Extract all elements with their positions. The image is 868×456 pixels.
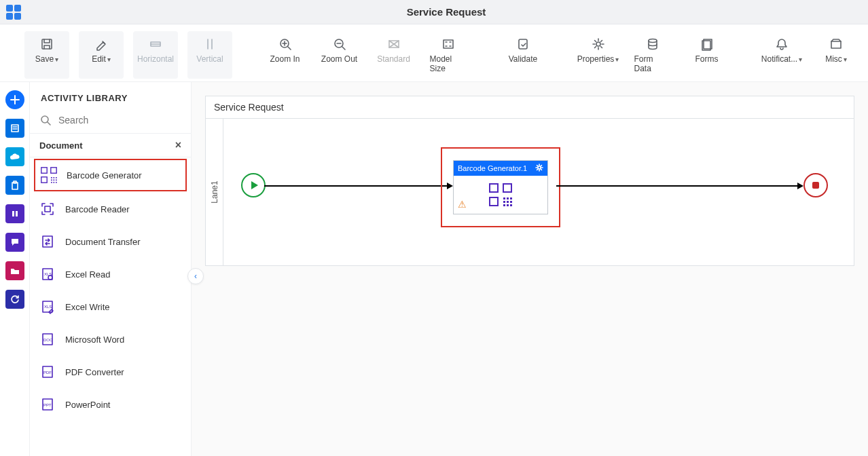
end-node[interactable] [803, 173, 828, 197]
svg-rect-6 [519, 39, 527, 49]
library-item-excel-write[interactable]: XLS Excel Write [30, 290, 191, 323]
excel-read-icon: XLS [39, 266, 56, 282]
lane-label[interactable]: Lane1 [206, 119, 223, 265]
search-input[interactable] [57, 114, 181, 126]
svg-rect-5 [444, 40, 453, 48]
zoom-standard-button[interactable]: Standard [372, 31, 416, 79]
form-data-button[interactable]: Form Data [630, 31, 675, 79]
align-vertical-icon [203, 37, 217, 52]
properties-button[interactable]: Properties▾ [576, 31, 621, 79]
collapse-panel-button[interactable]: ‹ [187, 268, 204, 284]
svg-text:PPT: PPT [43, 403, 52, 407]
svg-rect-12 [12, 125, 18, 132]
align-horizontal-button: Horizontal [133, 31, 178, 79]
svg-rect-19 [43, 236, 52, 247]
process-container: Service Request Lane1 Barcode Generator.… [205, 96, 854, 266]
zoom-in-icon [278, 37, 292, 52]
library-item-pdf-converter[interactable]: PDF PDF Converter [30, 356, 191, 388]
svg-text:DOC: DOC [43, 338, 53, 342]
misc-button[interactable]: Misc▾ [814, 31, 858, 79]
bell-icon [775, 37, 789, 52]
misc-icon [829, 37, 843, 52]
library-item-barcode-generator[interactable]: Barcode Generator [34, 159, 187, 191]
library-section-document[interactable]: Document × [30, 133, 191, 157]
svg-rect-15 [12, 211, 14, 216]
svg-rect-11 [831, 41, 841, 48]
library-item-barcode-reader[interactable]: Barcode Reader [30, 193, 191, 225]
save-button[interactable]: Save▾ [24, 31, 69, 79]
edit-icon [94, 37, 108, 52]
validate-button[interactable]: Validate [501, 31, 545, 79]
word-icon: DOC [39, 331, 56, 347]
rail-pause-icon[interactable] [5, 204, 24, 223]
forms-button[interactable]: Forms [685, 31, 729, 79]
activity-barcode-generator[interactable]: Barcode Generator.1 ⚠ [453, 160, 548, 214]
chevron-down-icon: ▾ [844, 56, 847, 63]
validate-icon [516, 37, 530, 52]
svg-point-8 [649, 39, 657, 43]
barcode-generator-icon [489, 183, 512, 206]
zoom-in-button[interactable]: Zoom In [263, 31, 308, 79]
rail-folder-icon[interactable] [5, 261, 24, 280]
database-icon [646, 37, 659, 52]
start-node[interactable] [241, 173, 266, 197]
model-size-icon [441, 37, 455, 52]
rail-loop-icon[interactable] [5, 290, 24, 309]
library-item-document-transfer[interactable]: Document Transfer [30, 225, 191, 258]
gear-icon [592, 37, 605, 52]
close-icon[interactable]: × [175, 139, 181, 151]
rail-chat-icon[interactable] [5, 233, 24, 252]
chevron-left-icon: ‹ [194, 271, 197, 281]
zoom-out-button[interactable]: Zoom Out [317, 31, 362, 79]
document-transfer-icon [39, 233, 56, 250]
pdf-icon: PDF [39, 364, 56, 380]
left-rail [0, 82, 30, 456]
gear-icon[interactable] [535, 164, 543, 173]
rail-cloud-icon[interactable] [5, 147, 24, 166]
forms-icon [700, 37, 714, 52]
svg-rect-18 [45, 206, 50, 212]
page-title: Service Request [24, 6, 868, 18]
search-input-wrapper[interactable] [30, 110, 191, 133]
excel-write-icon: XLS [39, 299, 56, 315]
warning-icon: ⚠ [458, 199, 467, 210]
svg-text:XLS: XLS [44, 305, 52, 309]
library-item-excel-read[interactable]: XLS Excel Read [30, 258, 191, 290]
flow-connector [264, 185, 447, 187]
chevron-down-icon: ▾ [799, 56, 802, 63]
barcode-reader-icon [39, 201, 56, 217]
svg-text:PDF: PDF [43, 370, 52, 375]
arrow-icon [797, 183, 803, 189]
lane-area[interactable]: Barcode Generator.1 ⚠ [223, 119, 854, 265]
save-icon [40, 37, 54, 52]
library-item-powerpoint[interactable]: PPT PowerPoint [30, 388, 191, 421]
svg-rect-16 [16, 211, 18, 216]
chevron-down-icon: ▾ [55, 56, 58, 63]
add-button[interactable] [5, 90, 24, 109]
model-size-button[interactable]: Model Size [426, 31, 471, 79]
selection-highlight: Barcode Generator.1 ⚠ [441, 147, 560, 227]
powerpoint-icon: PPT [39, 396, 56, 413]
zoom-standard-icon [387, 37, 401, 52]
chevron-down-icon: ▾ [615, 56, 619, 63]
title-bar: Service Request [0, 0, 868, 24]
edit-button[interactable]: Edit▾ [79, 31, 124, 79]
zoom-out-icon [333, 37, 346, 52]
search-icon [39, 114, 52, 126]
library-title: ACTIVITY LIBRARY [30, 82, 191, 110]
align-vertical-button: Vertical [187, 31, 232, 79]
barcode-generator-icon [41, 167, 57, 183]
svg-rect-0 [42, 39, 52, 49]
process-title: Service Request [206, 96, 854, 119]
rail-clipboard-icon[interactable] [5, 176, 24, 195]
notifications-button[interactable]: Notificat...▾ [759, 31, 804, 79]
svg-point-7 [596, 42, 600, 46]
library-item-microsoft-word[interactable]: DOC Microsoft Word [30, 323, 191, 356]
activity-library-panel: ACTIVITY LIBRARY Document × Barcode Gene… [30, 82, 192, 456]
apps-icon[interactable] [3, 1, 24, 23]
rail-document-icon[interactable] [5, 119, 24, 138]
svg-point-31 [538, 166, 541, 169]
align-horizontal-icon [149, 37, 162, 52]
process-canvas[interactable]: Service Request Lane1 Barcode Generator.… [192, 82, 868, 456]
activity-title: Barcode Generator.1 [458, 164, 527, 172]
